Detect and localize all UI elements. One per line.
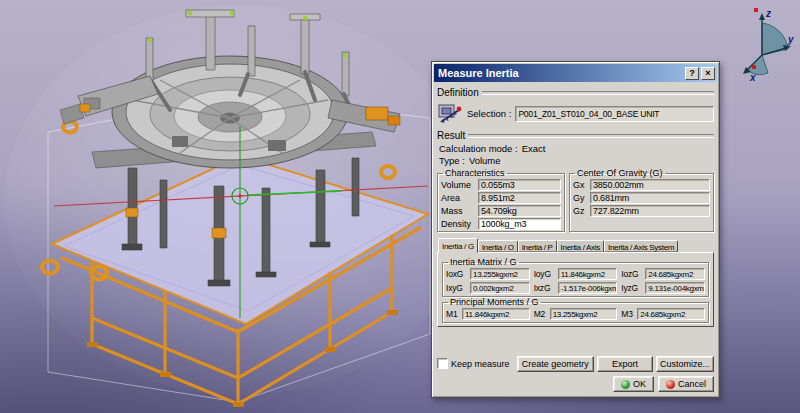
- gy-field: 0.681mm: [590, 192, 710, 204]
- export-button[interactable]: Export: [597, 356, 653, 372]
- inertia-g-panel: Inertia Matrix / G IoxG 13.255kgxm2 IoyG…: [437, 252, 714, 327]
- center-of-gravity-title: Center Of Gravity (G): [575, 168, 665, 178]
- iyzg-label: IyzG: [621, 283, 643, 293]
- iozg-cell: IozG 24.685kgxm2: [621, 268, 705, 280]
- mass-label: Mass: [441, 206, 475, 216]
- dialog-titlebar[interactable]: Measure Inertia ? ×: [434, 64, 717, 82]
- ioxg-label: IoxG: [446, 269, 468, 279]
- m2-field: 13.255kgxm2: [550, 308, 618, 320]
- mass-field: 54.709kg: [478, 205, 561, 217]
- inertia-matrix-group: Inertia Matrix / G IoxG 13.255kgxm2 IoyG…: [442, 257, 709, 297]
- ioyg-field: 11.846kgxm2: [558, 268, 618, 280]
- ok-label: OK: [633, 379, 646, 389]
- gx-label: Gx: [573, 180, 587, 190]
- cancel-button[interactable]: Cancel: [658, 376, 714, 392]
- m2-label: M2: [534, 309, 548, 319]
- type-value: Volume: [469, 155, 501, 166]
- calculation-mode-value: Exact: [522, 143, 546, 154]
- measure-inertia-dialog: Measure Inertia ? × Definition Selection…: [431, 61, 720, 398]
- measure-inertia-icon[interactable]: [438, 102, 463, 125]
- selection-field[interactable]: P001_Z01_ST010_04_00_BASE UNIT: [515, 106, 714, 122]
- ioyg-label: IoyG: [534, 269, 556, 279]
- principal-moments-group: Principal Moments / G M1 11.846kgxm2 M2 …: [442, 297, 709, 323]
- m3-label: M3: [621, 309, 635, 319]
- tab-inertia-axis-system[interactable]: Inertia / Axis System: [604, 240, 678, 252]
- mass-row: Mass 54.709kg: [441, 205, 561, 217]
- area-label: Area: [441, 193, 475, 203]
- density-input[interactable]: 1000kg_m3: [478, 218, 561, 230]
- selection-row: Selection : P001_Z01_ST010_04_00_BASE UN…: [438, 100, 714, 127]
- cancel-icon: [666, 380, 675, 389]
- gy-label: Gy: [573, 193, 587, 203]
- m1-cell: M1 11.846kgxm2: [446, 308, 530, 320]
- definition-rule: [482, 91, 714, 95]
- customize-button[interactable]: Customize...: [656, 356, 714, 372]
- gy-row: Gy 0.681mm: [573, 192, 710, 204]
- iyzg-field: 9.131e-004kgxm2: [645, 282, 705, 294]
- dialog-actions: OK Cancel: [437, 376, 714, 393]
- calculation-mode-label: Calculation mode :: [439, 143, 518, 154]
- tab-inertia-g[interactable]: Inertia / G: [438, 238, 478, 253]
- ioyg-cell: IoyG 11.846kgxm2: [534, 268, 618, 280]
- result-label: Result: [437, 130, 465, 141]
- ioxg-field: 13.255kgxm2: [470, 268, 530, 280]
- compass-y-label: y: [787, 34, 794, 45]
- ixyg-field: 0.002kgxm2: [470, 282, 530, 294]
- gz-field: 727.822mm: [590, 205, 710, 217]
- area-row: Area 8.951m2: [441, 192, 561, 204]
- density-label: Density: [441, 219, 475, 229]
- close-button[interactable]: ×: [701, 67, 715, 80]
- m1-label: M1: [446, 309, 460, 319]
- orientation-compass[interactable]: z y x: [732, 3, 794, 83]
- m3-field: 24.685kgxm2: [637, 308, 705, 320]
- iozg-label: IozG: [621, 269, 643, 279]
- inertia-matrix-title: Inertia Matrix / G: [448, 257, 519, 267]
- m2-cell: M2 13.255kgxm2: [534, 308, 618, 320]
- iozg-field: 24.685kgxm2: [645, 268, 705, 280]
- iyzg-cell: IyzG 9.131e-004kgxm2: [621, 282, 705, 294]
- cad-model-base-unit[interactable]: [0, 0, 460, 413]
- help-button[interactable]: ?: [685, 67, 699, 80]
- ok-icon: [621, 380, 630, 389]
- volume-label: Volume: [441, 180, 475, 190]
- tab-inertia-axis[interactable]: Inertia / Axis: [557, 240, 604, 252]
- ok-button[interactable]: OK: [613, 376, 654, 392]
- compass-handle-icon[interactable]: [754, 8, 758, 12]
- m3-cell: M3 24.685kgxm2: [621, 308, 705, 320]
- definition-section: Definition: [437, 86, 714, 99]
- volume-row: Volume 0.055m3: [441, 179, 561, 191]
- m1-field: 11.846kgxm2: [462, 308, 530, 320]
- gz-row: Gz 727.822mm: [573, 205, 710, 217]
- result-section: Result: [437, 129, 714, 142]
- ioxg-cell: IoxG 13.255kgxm2: [446, 268, 530, 280]
- compass-origin-icon[interactable]: [752, 65, 756, 69]
- density-row: Density 1000kg_m3: [441, 218, 561, 230]
- dialog-footer: Keep measure Create geometry Export Cust…: [437, 355, 714, 372]
- cancel-label: Cancel: [678, 379, 706, 389]
- create-geometry-button[interactable]: Create geometry: [517, 356, 594, 372]
- gz-label: Gz: [573, 206, 587, 216]
- characteristics-group: Characteristics Volume 0.055m3 Area 8.95…: [437, 168, 565, 232]
- gx-row: Gx 3850.002mm: [573, 179, 710, 191]
- principal-moments-title: Principal Moments / G: [448, 297, 541, 307]
- compass-z-label: z: [765, 8, 771, 19]
- type-label: Type :: [439, 155, 465, 166]
- center-of-gravity-group: Center Of Gravity (G) Gx 3850.002mm Gy 0…: [569, 168, 714, 232]
- dialog-spacer: [437, 327, 714, 355]
- gx-field: 3850.002mm: [590, 179, 710, 191]
- dialog-title: Measure Inertia: [436, 67, 683, 79]
- calculation-mode-row: Calculation mode : Exact: [439, 143, 714, 154]
- compass-x-label: x: [749, 72, 756, 83]
- tab-inertia-o[interactable]: Inertia / O: [478, 240, 518, 252]
- characteristics-title: Characteristics: [443, 168, 507, 178]
- inertia-tab-strip: Inertia / G Inertia / O Inertia / P Iner…: [437, 236, 714, 252]
- ixyg-label: IxyG: [446, 283, 468, 293]
- volume-field: 0.055m3: [478, 179, 561, 191]
- ixyg-cell: IxyG 0.002kgxm2: [446, 282, 530, 294]
- ixzg-field: -1.517e-006kgxm2: [558, 282, 618, 294]
- keep-measure-checkbox[interactable]: [437, 358, 448, 369]
- area-field: 8.951m2: [478, 192, 561, 204]
- tab-inertia-p[interactable]: Inertia / P: [518, 240, 557, 252]
- definition-label: Definition: [437, 87, 479, 98]
- result-rule: [468, 134, 714, 138]
